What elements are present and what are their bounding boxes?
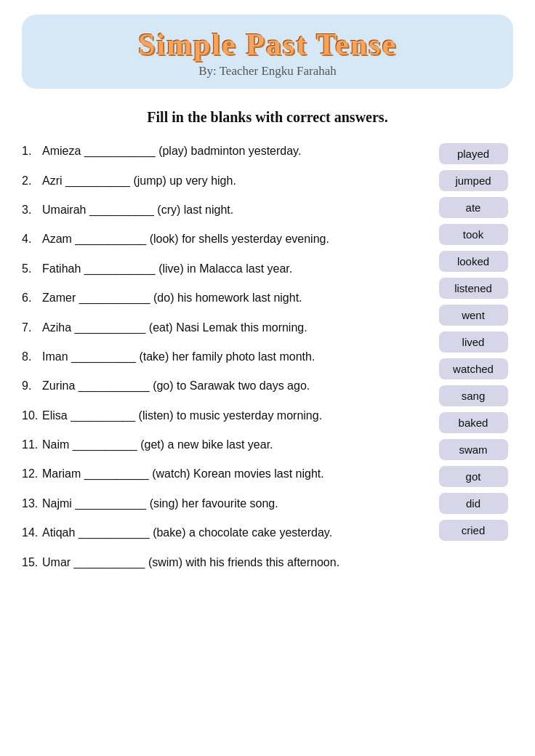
question-text: Umar ___________ (swim) with his friends…	[42, 555, 339, 571]
page-subtitle: By: Teacher Engku Farahah	[44, 64, 491, 79]
answer-badge: cried	[439, 520, 508, 541]
question-text: Aziha ___________ (eat) Nasi Lemak this …	[42, 320, 307, 336]
answer-badge: went	[439, 305, 508, 326]
question-text: Naim __________ (get) a new bike last ye…	[42, 437, 273, 453]
question-text: Elisa __________ (listen) to music yeste…	[42, 408, 322, 424]
header-box: Simple Past Tense By: Teacher Engku Fara…	[22, 15, 513, 89]
question-text: Zamer ___________ (do) his homework last…	[42, 290, 302, 306]
question-number: 2.	[22, 173, 42, 189]
question-text: Mariam __________ (watch) Korean movies …	[42, 466, 324, 482]
answer-badge: got	[439, 466, 508, 487]
question-number: 14.	[22, 525, 42, 541]
question-item: 11.Naim __________ (get) a new bike last…	[22, 437, 426, 453]
question-text: Fatihah ___________ (live) in Malacca la…	[42, 261, 292, 277]
question-number: 10.	[22, 408, 42, 424]
question-number: 15.	[22, 555, 42, 571]
questions-column: 1.Amieza ___________ (play) badminton ye…	[22, 143, 433, 584]
answer-badge: baked	[439, 412, 508, 433]
instruction-text: Fill in the blanks with correct answers.	[22, 109, 513, 126]
question-item: 1.Amieza ___________ (play) badminton ye…	[22, 143, 426, 159]
question-number: 12.	[22, 466, 42, 482]
answer-badge: sang	[439, 385, 508, 406]
question-number: 6.	[22, 290, 42, 306]
content-area: 1.Amieza ___________ (play) badminton ye…	[22, 143, 513, 584]
question-text: Zurina ___________ (go) to Sarawak two d…	[42, 378, 310, 394]
question-text: Umairah __________ (cry) last night.	[42, 202, 233, 218]
question-number: 9.	[22, 378, 42, 394]
question-item: 15.Umar ___________ (swim) with his frie…	[22, 555, 426, 571]
question-number: 3.	[22, 202, 42, 218]
question-item: 5.Fatihah ___________ (live) in Malacca …	[22, 261, 426, 277]
answer-badge: lived	[439, 331, 508, 353]
question-number: 7.	[22, 320, 42, 336]
question-number: 5.	[22, 261, 42, 277]
page-title: Simple Past Tense	[44, 28, 491, 61]
question-number: 11.	[22, 437, 42, 453]
question-item: 14.Atiqah ___________ (bake) a chocolate…	[22, 525, 426, 541]
answer-badge: ate	[439, 197, 508, 218]
question-item: 2.Azri __________ (jump) up very high.	[22, 173, 426, 189]
question-text: Najmi ___________ (sing) her favourite s…	[42, 496, 278, 512]
question-item: 10.Elisa __________ (listen) to music ye…	[22, 408, 426, 424]
answer-badge: swam	[439, 439, 508, 460]
question-text: Amieza ___________ (play) badminton yest…	[42, 143, 301, 159]
question-item: 9.Zurina ___________ (go) to Sarawak two…	[22, 378, 426, 394]
answer-badge: looked	[439, 251, 508, 272]
question-text: Iman __________ (take) her family photo …	[42, 349, 315, 365]
question-item: 4.Azam ___________ (look) for shells yes…	[22, 231, 426, 247]
question-text: Azam ___________ (look) for shells yeste…	[42, 231, 329, 247]
question-text: Azri __________ (jump) up very high.	[42, 173, 236, 189]
answer-badge: took	[439, 224, 508, 245]
question-number: 1.	[22, 143, 42, 159]
question-item: 6.Zamer ___________ (do) his homework la…	[22, 290, 426, 306]
answers-column: playedjumpedatetooklookedlistenedwentliv…	[433, 143, 513, 584]
answer-badge: listened	[439, 278, 508, 299]
question-number: 13.	[22, 496, 42, 512]
question-item: 3.Umairah __________ (cry) last night.	[22, 202, 426, 218]
question-item: 12.Mariam __________ (watch) Korean movi…	[22, 466, 426, 482]
answer-badge: played	[439, 143, 508, 164]
answer-badge: watched	[439, 358, 508, 379]
answer-badge: did	[439, 493, 508, 514]
question-number: 8.	[22, 349, 42, 365]
question-item: 7.Aziha ___________ (eat) Nasi Lemak thi…	[22, 320, 426, 336]
question-text: Atiqah ___________ (bake) a chocolate ca…	[42, 525, 332, 541]
question-item: 13.Najmi ___________ (sing) her favourit…	[22, 496, 426, 512]
answer-badge: jumped	[439, 170, 508, 191]
question-number: 4.	[22, 231, 42, 247]
question-item: 8.Iman __________ (take) her family phot…	[22, 349, 426, 365]
